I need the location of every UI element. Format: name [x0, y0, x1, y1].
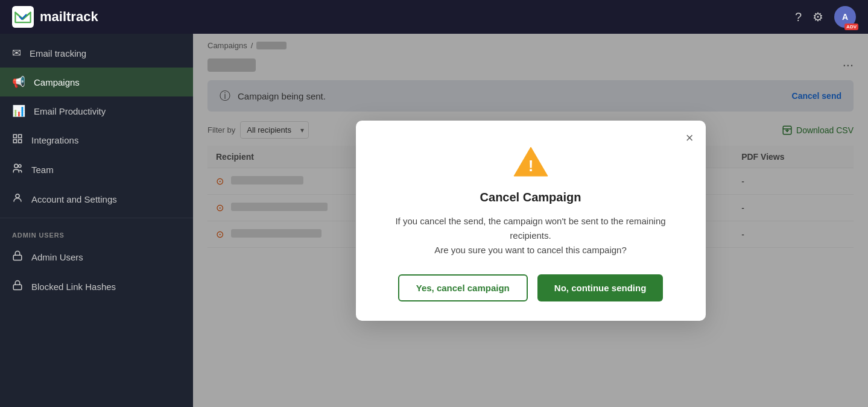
- sidebar-item-label: Blocked Link Hashes: [31, 282, 116, 292]
- dialog-warning-icon: !: [380, 145, 682, 181]
- envelope-icon: ✉: [12, 46, 21, 60]
- svg-rect-4: [19, 140, 22, 143]
- svg-point-6: [19, 165, 22, 168]
- cancel-campaign-dialog: × ! Cancel Campaign If you cancel the se…: [356, 121, 706, 321]
- main-layout: ✉ Email tracking 📢 Campaigns 📊 Email Pro…: [0, 34, 868, 407]
- help-icon[interactable]: ?: [795, 10, 802, 24]
- modal-overlay[interactable]: × ! Cancel Campaign If you cancel the se…: [193, 34, 868, 407]
- gear-icon[interactable]: ⚙: [813, 10, 823, 24]
- svg-text:!: !: [528, 157, 533, 175]
- svg-rect-9: [13, 285, 22, 289]
- dialog-body-line1: If you cancel the send, the campaign won…: [395, 216, 665, 241]
- logo[interactable]: mailtrack: [12, 6, 98, 28]
- svg-rect-8: [13, 255, 22, 260]
- svg-point-5: [14, 164, 18, 168]
- admin-icon: [12, 250, 23, 264]
- svg-rect-2: [19, 134, 22, 137]
- sidebar-item-label: Admin Users: [31, 252, 83, 262]
- sidebar-divider: [0, 218, 193, 218]
- blocked-link-icon: [12, 280, 23, 294]
- account-icon: [12, 192, 23, 206]
- no-continue-sending-button[interactable]: No, continue sending: [537, 274, 664, 301]
- sidebar: ✉ Email tracking 📢 Campaigns 📊 Email Pro…: [0, 34, 193, 407]
- svg-point-7: [16, 194, 19, 198]
- logo-text: mailtrack: [40, 9, 98, 25]
- sidebar-item-admin-users[interactable]: Admin Users: [0, 242, 193, 272]
- sidebar-item-email-productivity[interactable]: 📊 Email Productivity: [0, 96, 193, 125]
- yes-cancel-campaign-button[interactable]: Yes, cancel campaign: [398, 274, 528, 301]
- dialog-close-button[interactable]: ×: [686, 130, 694, 146]
- dialog-body-line2: Are you sure you want to cancel this cam…: [434, 245, 627, 255]
- sidebar-item-label: Campaigns: [34, 77, 80, 87]
- adv-badge: ADV: [844, 24, 858, 30]
- sidebar-item-email-tracking[interactable]: ✉ Email tracking: [0, 39, 193, 68]
- topnav-right: ? ⚙ A ADV: [795, 6, 856, 28]
- team-icon: [12, 163, 23, 177]
- sidebar-item-blocked-link-hashes[interactable]: Blocked Link Hashes: [0, 272, 193, 301]
- dialog-body: If you cancel the send, the campaign won…: [380, 214, 682, 257]
- sidebar-item-label: Integrations: [31, 135, 78, 145]
- top-navigation: mailtrack ? ⚙ A ADV: [0, 0, 868, 34]
- main-content: Campaigns / ··· ⓘ Campaign being sent. C…: [193, 34, 868, 407]
- sidebar-item-label: Email Productivity: [34, 106, 106, 116]
- sidebar-item-account-settings[interactable]: Account and Settings: [0, 185, 193, 214]
- svg-rect-1: [13, 134, 16, 137]
- dialog-title: Cancel Campaign: [380, 191, 682, 204]
- sidebar-item-label: Email tracking: [30, 48, 86, 58]
- chart-icon: 📊: [12, 104, 25, 118]
- sidebar-item-label: Account and Settings: [31, 194, 117, 204]
- dialog-actions: Yes, cancel campaign No, continue sendin…: [380, 274, 682, 301]
- integrations-icon: [12, 133, 23, 147]
- svg-rect-3: [13, 140, 16, 143]
- sidebar-item-integrations[interactable]: Integrations: [0, 125, 193, 155]
- sidebar-item-team[interactable]: Team: [0, 155, 193, 185]
- megaphone-icon: 📢: [12, 75, 25, 89]
- sidebar-item-label: Team: [31, 165, 54, 175]
- admin-section-label: ADMIN USERS: [0, 222, 193, 242]
- sidebar-item-campaigns[interactable]: 📢 Campaigns: [0, 68, 193, 96]
- avatar[interactable]: A ADV: [834, 6, 856, 28]
